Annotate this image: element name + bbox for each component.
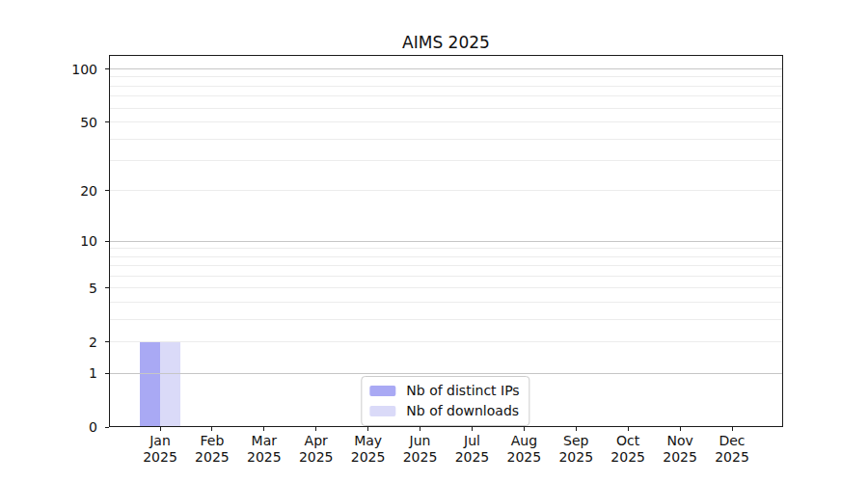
legend-item-downloads: Nb of downloads [369,403,519,418]
x-tick-mark [680,427,681,431]
y-tick-label: 10 [57,232,97,250]
y-tick-mark [105,121,109,122]
legend-label-distinct-ips: Nb of distinct IPs [406,383,519,398]
y-tick-label: 1 [57,364,97,382]
x-tick-label-line: Dec [701,433,763,449]
y-tick-mark [105,190,109,191]
legend: Nb of distinct IPs Nb of downloads [361,376,529,426]
x-tick-mark [732,427,733,431]
y-tick-mark [105,427,109,428]
x-tick-label-line: 2025 [701,449,763,466]
x-tick-mark [628,427,629,431]
legend-swatch-distinct-ips [369,386,395,396]
legend-swatch-downloads [369,406,395,416]
y-tick-mark [105,341,109,342]
y-tick-mark [105,373,109,374]
y-tick-mark [105,287,109,288]
y-tick-label: 2 [57,334,97,351]
x-tick-mark [315,427,316,431]
y-tick-mark [105,68,109,69]
x-tick-mark [472,427,473,431]
x-tick-mark [420,427,420,431]
x-tick-mark [367,427,368,431]
x-tick-mark [160,427,161,431]
x-tick-mark [263,427,264,431]
plot-frame [109,55,783,427]
y-tick-mark [105,241,109,242]
legend-item-distinct-ips: Nb of distinct IPs [369,383,519,398]
legend-label-downloads: Nb of downloads [406,403,519,418]
y-tick-label: 100 [57,61,97,78]
chart-title: AIMS 2025 [109,32,783,53]
bar-chart: AIMS 2025 Nb of distinct IPs Nb of downl… [0,0,868,482]
x-tick-mark [524,427,525,431]
x-tick-label: Dec2025 [701,433,763,466]
x-tick-mark [211,427,212,431]
y-tick-label: 5 [57,280,97,297]
y-tick-label: 50 [57,114,97,131]
x-tick-mark [576,427,577,431]
y-tick-label: 20 [57,182,97,200]
y-tick-label: 0 [57,418,97,436]
